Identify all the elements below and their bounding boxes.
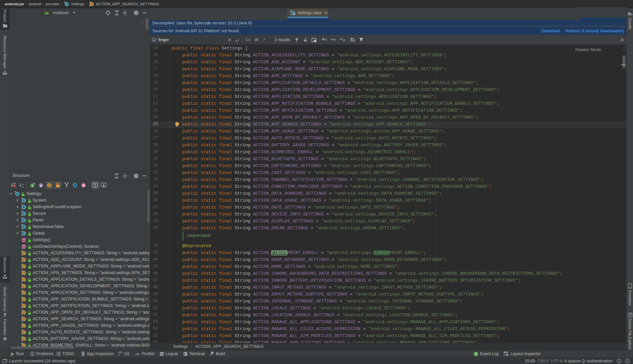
svg-text:C: C [16, 192, 18, 196]
svg-text:z: z [22, 185, 24, 188]
svg-text:m: m [22, 245, 25, 248]
svg-text:p: p [40, 184, 42, 187]
svg-text:C: C [23, 218, 25, 222]
svg-text:λ: λ [83, 183, 85, 187]
svg-text:C: C [23, 232, 25, 235]
svg-text:1: 1 [475, 352, 477, 356]
svg-text:m: m [22, 238, 25, 242]
svg-text:C: C [23, 199, 25, 202]
svg-text:C: C [23, 212, 25, 215]
svg-text:C: C [66, 2, 68, 6]
svg-text:C: C [23, 225, 25, 229]
